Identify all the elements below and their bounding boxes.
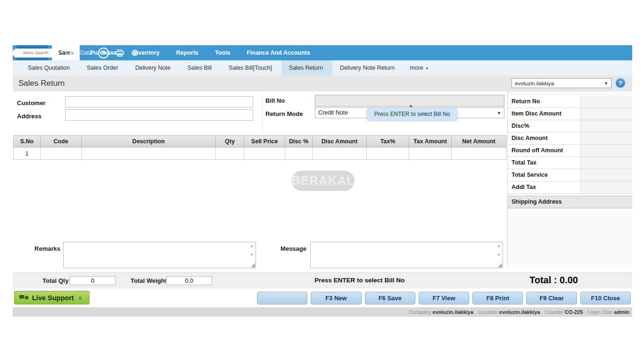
scroll-down-icon[interactable]: ▼ [497, 253, 501, 257]
table-column-header-description: Description [82, 136, 216, 148]
table-column-header-net-amount: Net Amount [452, 136, 506, 148]
sidebar-row-label: Total Tax [508, 157, 580, 169]
table-cell[interactable] [82, 148, 216, 160]
screen: MasterSalesPurchaseInventoryReportsTools… [0, 0, 644, 362]
scroll-up-icon[interactable]: ▲ [497, 244, 501, 248]
status-band: Total Qty Total Weight Press ENTER to se… [13, 272, 632, 288]
form-divider [262, 94, 263, 133]
table-cell[interactable] [285, 148, 313, 160]
sidebar-row-disc: Disc% [508, 120, 632, 132]
app-window: MasterSalesPurchaseInventoryReportsTools… [13, 45, 632, 317]
action-button-f7-view[interactable]: F7 View [419, 292, 469, 304]
sidebar-row-value[interactable] [580, 169, 632, 181]
submenu-item-sales-bill-touch[interactable]: Sales Bill[Touch] [221, 60, 281, 75]
table-cell[interactable] [41, 148, 82, 160]
action-button-f9-clear[interactable]: F9 Clear [526, 292, 577, 304]
button-band: Live Support x F3 NewF6 SaveF7 ViewF8 Pr… [13, 288, 632, 307]
sidebar-row-label: Total Service [508, 169, 580, 181]
settings-gear-icon[interactable]: ⚙ [131, 49, 139, 58]
sidebar-row-value[interactable] [580, 181, 632, 193]
chevron-down-icon: ▼ [604, 79, 608, 89]
submenu-item-sales-quotation[interactable]: Sales Quotation [20, 60, 79, 75]
message-label: Message [273, 245, 306, 252]
bill-no-tooltip: Press ENTER to select Bill No [367, 108, 457, 120]
customer-input[interactable] [65, 96, 253, 107]
close-icon[interactable]: x [79, 295, 82, 301]
items-table: S.NoCodeDescriptionQtySell PriceDisc %Di… [13, 135, 506, 160]
action-button-f6-save[interactable]: F6 Save [365, 292, 415, 304]
remarks-textarea[interactable]: ▲ ▼ [63, 242, 256, 268]
table-column-header-disc: Disc % [285, 136, 313, 148]
table-cell[interactable] [409, 148, 452, 160]
sidebar-row-label: Return No [508, 96, 580, 107]
message-textarea[interactable]: ▲ ▼ [310, 242, 503, 268]
menu-tab-reports[interactable]: Reports [170, 45, 205, 60]
submenu-item-delivery-note-return[interactable]: Delivery Note Return [332, 60, 402, 75]
sidebar-row-value[interactable] [580, 96, 632, 107]
action-button-f3-new[interactable]: F3 New [311, 292, 361, 304]
table-column-header-sell-price: Sell Price [244, 136, 285, 148]
submenu-item-sales-bill[interactable]: Sales Bill [180, 60, 221, 75]
submenu-item-delivery-note[interactable]: Delivery Note [128, 60, 180, 75]
table-cell[interactable] [216, 148, 244, 160]
menu-tab-tools[interactable]: Tools [209, 45, 236, 60]
company-select[interactable]: evoluzin.ilakkiya ▼ [512, 78, 611, 88]
address-label: Address [17, 113, 41, 120]
footer-pair-login-user: Login User admin [587, 309, 629, 315]
sidebar-row-addl-tax: Addl Tax [508, 181, 632, 194]
totals-sidebar: Return NoItem Disc AmountDisc%Disc Amoun… [507, 91, 632, 267]
table-column-header-tax: Tax% [367, 136, 409, 148]
action-buttons: F3 NewF6 SaveF7 ViewF8 PrintF9 ClearF10 … [257, 292, 631, 304]
sidebar-row-label: Item Disc Amount [508, 108, 580, 120]
sidebar-row-label: Disc% [508, 120, 580, 132]
tooltip-caret-icon: ▲ [409, 103, 413, 108]
submenu-item-sales-return[interactable]: Sales Return [281, 60, 332, 75]
help-icon[interactable]: ? [615, 78, 626, 88]
address-input[interactable] [65, 109, 253, 121]
table-cell-1[interactable]: 1 [14, 148, 41, 160]
sidebar-row-total-tax: Total Tax [508, 157, 632, 169]
sidebar-row-value[interactable] [580, 132, 632, 144]
shipping-address-header: Shipping Address [508, 196, 632, 208]
clear-data-link[interactable]: Clear Data [65, 49, 92, 56]
title-band: Sales Return evoluzin.ilakkiya ▼ ? [13, 75, 632, 91]
scroll-up-icon[interactable]: ▲ [250, 244, 254, 248]
sidebar-row-round-off-amount: Round off Amount [508, 145, 632, 157]
bill-no-label: Bill No [265, 97, 285, 104]
return-mode-label: Return Mode [265, 110, 303, 117]
menu-search-input[interactable] [13, 49, 59, 58]
submenu-item-sales-order[interactable]: Sales Order [79, 60, 128, 75]
sidebar-row-value[interactable] [580, 145, 632, 156]
live-support-button[interactable]: Live Support x [14, 291, 90, 304]
table-cell[interactable] [367, 148, 409, 160]
action-button-f8-print[interactable]: F8 Print [472, 292, 523, 304]
more-arrow-icon: ▼ [425, 66, 429, 71]
submenu-item-more[interactable]: more▼ [402, 60, 436, 75]
scroll-down-icon[interactable]: ▼ [250, 253, 254, 257]
table-cell[interactable] [452, 148, 506, 160]
chat-icon [19, 295, 29, 301]
table-header-row: S.NoCodeDescriptionQtySell PriceDisc %Di… [14, 136, 506, 148]
footer-pair-counter: Counter CO-225 [545, 309, 583, 315]
sync-icon[interactable]: ↻ [98, 48, 109, 58]
sidebar-row-value[interactable] [580, 120, 632, 132]
table-cell[interactable] [313, 148, 367, 160]
action-button-f10-close[interactable]: F10 Close [580, 292, 631, 304]
table-cell[interactable] [244, 148, 285, 160]
printer-icon[interactable] [115, 49, 124, 57]
menu-tab-finance-and-accounts[interactable]: Finance And Accounts [240, 45, 316, 60]
footer-status-bar: Company evoluzin.ilakkiyaLocation evoluz… [13, 307, 632, 317]
total-weight-input[interactable] [166, 276, 212, 285]
resize-grip[interactable] [498, 263, 502, 267]
table-column-header-tax-amount: Tax Amount [409, 136, 452, 148]
grand-total: Total : 0.00 [529, 275, 578, 286]
sidebar-row-value[interactable] [580, 108, 632, 120]
status-hint: Press ENTER to select Bill No [314, 277, 405, 284]
footer-pair-location: Location evoluzin.ilakkiya [478, 309, 540, 315]
sidebar-row-value[interactable] [580, 157, 632, 169]
resize-grip[interactable] [251, 263, 255, 267]
action-button[interactable] [257, 292, 307, 304]
total-qty-input[interactable] [70, 276, 116, 285]
sidebar-row-total-service: Total Service [508, 169, 632, 181]
table-column-header-code: Code [41, 136, 82, 148]
